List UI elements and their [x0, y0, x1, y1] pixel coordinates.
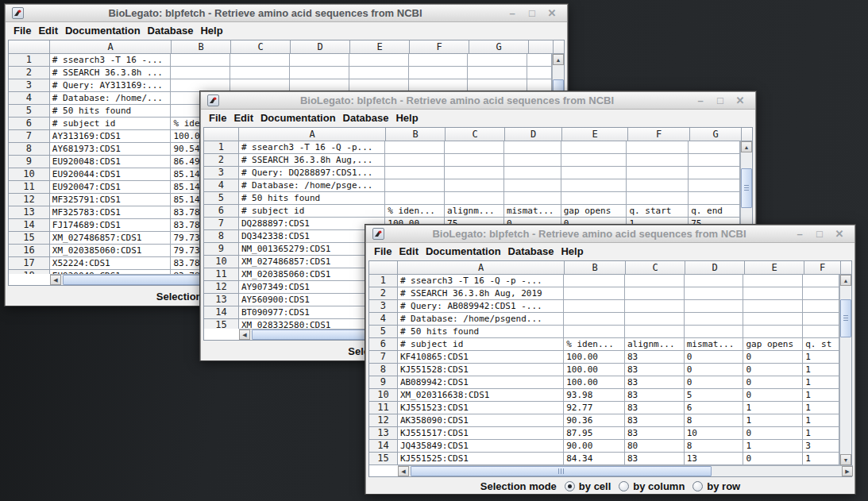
- cell-F2[interactable]: [627, 154, 689, 167]
- cell-E13[interactable]: 0: [743, 427, 803, 440]
- cell-D3[interactable]: [290, 79, 349, 92]
- cell-C10[interactable]: 83: [625, 389, 685, 402]
- cell-E1[interactable]: [743, 275, 803, 287]
- cell-A10[interactable]: XM_020316638:CDS1: [398, 389, 564, 402]
- cell-F1[interactable]: [627, 141, 689, 154]
- cell-G4[interactable]: [689, 179, 740, 192]
- column-header-D[interactable]: D: [291, 40, 350, 54]
- column-header-A[interactable]: A: [398, 261, 565, 275]
- row-header-4[interactable]: 4: [369, 313, 398, 326]
- cell-B8[interactable]: 100.00: [564, 364, 625, 376]
- cell-A3[interactable]: # Query: DQ288897:CDS1...: [239, 167, 385, 179]
- cell-C2[interactable]: [445, 154, 504, 167]
- cell-A13[interactable]: AY560900:CDS1: [239, 294, 385, 306]
- column-header-C[interactable]: C: [231, 40, 291, 54]
- cell-C7[interactable]: 83: [625, 351, 685, 364]
- cell-A13[interactable]: KJ551517:CDS1: [398, 427, 564, 440]
- close-button[interactable]: ✕: [834, 228, 845, 240]
- menu-item-documentation[interactable]: Documentation: [426, 245, 501, 257]
- vscroll-track[interactable]: [840, 286, 851, 454]
- cell-A4[interactable]: # Database: /home/psgend...: [398, 313, 564, 326]
- cell-A17[interactable]: X52224:CDS1: [50, 257, 172, 270]
- cell-B3[interactable]: [564, 300, 625, 313]
- minimize-button[interactable]: –: [507, 7, 518, 19]
- cell-B9[interactable]: 100.00: [564, 376, 625, 389]
- column-header-B[interactable]: B: [386, 128, 446, 141]
- cell-C1[interactable]: [445, 141, 504, 154]
- cell-C3[interactable]: [625, 300, 685, 313]
- cell-A11[interactable]: XM_020385060:CDS1: [239, 268, 385, 281]
- cell-D2[interactable]: [685, 287, 744, 300]
- menu-item-database[interactable]: Database: [343, 112, 389, 124]
- cell-D13[interactable]: 10: [685, 427, 744, 440]
- cell-E7[interactable]: 0: [743, 351, 803, 364]
- cell-E2[interactable]: [743, 287, 803, 300]
- cell-D10[interactable]: 5: [685, 389, 744, 402]
- cell-F7[interactable]: 1: [803, 351, 839, 364]
- cell-A15[interactable]: XM_027486857:CDS1: [50, 232, 172, 245]
- cell-A6[interactable]: # subject id: [398, 338, 564, 351]
- row-header-15[interactable]: 15: [369, 453, 398, 465]
- row-header-7[interactable]: 7: [369, 351, 398, 364]
- row-header-5[interactable]: 5: [204, 192, 239, 205]
- cell-E6[interactable]: gap opens: [743, 338, 803, 351]
- row-header-3[interactable]: 3: [204, 167, 239, 179]
- cell-D12[interactable]: 8: [685, 414, 744, 427]
- column-header-G[interactable]: G: [469, 40, 529, 54]
- column-header-E[interactable]: E: [350, 40, 410, 54]
- cell-E3[interactable]: [349, 79, 409, 92]
- hscroll-thumb[interactable]: [411, 466, 712, 476]
- cell-C9[interactable]: 83: [625, 376, 685, 389]
- radio-by-cell[interactable]: [565, 481, 575, 491]
- cell-A5[interactable]: # 50 hits found: [239, 192, 385, 205]
- cell-C5[interactable]: [625, 326, 685, 338]
- cell-B2[interactable]: [385, 154, 445, 167]
- row-header-11[interactable]: 11: [204, 268, 239, 281]
- cell-E4[interactable]: [743, 313, 803, 326]
- row-header-12[interactable]: 12: [369, 414, 398, 427]
- cell-C14[interactable]: 80: [625, 440, 685, 453]
- row-header-8[interactable]: 8: [204, 230, 239, 243]
- cell-E10[interactable]: 0: [743, 389, 803, 402]
- cell-D6[interactable]: mismat...: [504, 205, 561, 218]
- cell-B4[interactable]: [385, 179, 445, 192]
- cell-B4[interactable]: [564, 313, 625, 326]
- cell-C12[interactable]: 83: [625, 414, 685, 427]
- column-header-B[interactable]: B: [565, 261, 626, 275]
- cell-A11[interactable]: EU920047:CDS1: [50, 181, 172, 194]
- cell-C8[interactable]: 83: [625, 364, 685, 376]
- column-header-E[interactable]: E: [562, 128, 628, 141]
- cell-A4[interactable]: # Database: /home/psge...: [239, 179, 385, 192]
- cell-B12[interactable]: 90.36: [564, 414, 625, 427]
- cell-E4[interactable]: [561, 179, 627, 192]
- column-header-E[interactable]: E: [745, 261, 804, 275]
- cell-D3[interactable]: [504, 167, 561, 179]
- cell-F10[interactable]: 1: [803, 389, 839, 402]
- row-header-12[interactable]: 12: [9, 194, 50, 206]
- cell-G1[interactable]: [689, 141, 740, 154]
- cell-B2[interactable]: [171, 67, 230, 79]
- cell-A6[interactable]: # subject id: [50, 118, 172, 130]
- cell-F15[interactable]: 1: [803, 453, 839, 465]
- column-header-G[interactable]: G: [690, 128, 742, 141]
- cell-E6[interactable]: gap opens: [561, 205, 627, 218]
- cell-A14[interactable]: JQ435849:CDS1: [398, 440, 564, 453]
- menu-item-file[interactable]: File: [209, 112, 226, 124]
- cell-B1[interactable]: [171, 54, 230, 67]
- column-header-A[interactable]: A: [239, 128, 386, 141]
- cell-A7[interactable]: DQ288897:CDS1: [239, 218, 385, 230]
- column-header-C[interactable]: C: [446, 128, 505, 141]
- cell-A2[interactable]: # SSEARCH 36.3.8h Aug, 2019: [398, 287, 564, 300]
- row-header-13[interactable]: 13: [9, 206, 50, 219]
- cell-C4[interactable]: [625, 313, 685, 326]
- cell-C6[interactable]: alignm...: [445, 205, 504, 218]
- scroll-down-button[interactable]: ▼: [840, 454, 851, 465]
- row-header-8[interactable]: 8: [9, 143, 50, 156]
- cell-D4[interactable]: [685, 313, 744, 326]
- vertical-scrollbar[interactable]: ▲▼: [839, 275, 851, 465]
- row-header-13[interactable]: 13: [369, 427, 398, 440]
- row-header-13[interactable]: 13: [204, 294, 239, 306]
- cell-F3[interactable]: [803, 300, 839, 313]
- column-header-F[interactable]: F: [804, 261, 841, 275]
- cell-A1[interactable]: # ssearch3 -T 16 -Q -p -...: [398, 275, 564, 287]
